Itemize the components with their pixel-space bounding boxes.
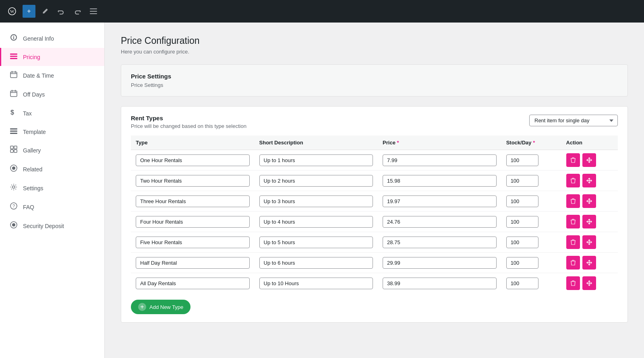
price-input-4[interactable] bbox=[383, 237, 497, 248]
sidebar-item-pricing[interactable]: Pricing bbox=[0, 48, 104, 66]
type-input-0[interactable] bbox=[136, 154, 250, 166]
price-input-2[interactable] bbox=[383, 195, 497, 207]
type-input-4[interactable] bbox=[136, 237, 250, 248]
pricing-icon bbox=[9, 53, 18, 61]
description-input-6[interactable] bbox=[259, 278, 373, 289]
action-cell-6 bbox=[566, 276, 613, 290]
svg-rect-9 bbox=[10, 91, 17, 97]
edit-button[interactable] bbox=[39, 5, 52, 18]
description-input-1[interactable] bbox=[259, 175, 373, 187]
type-input-1[interactable] bbox=[136, 175, 250, 187]
stock-input-0[interactable] bbox=[506, 154, 538, 166]
sidebar-label-tax: Tax bbox=[23, 110, 32, 117]
sidebar-label-date-time: Date & Time bbox=[23, 72, 54, 79]
type-input-3[interactable] bbox=[136, 216, 250, 228]
svg-rect-12 bbox=[10, 131, 17, 132]
related-icon bbox=[9, 165, 18, 174]
sidebar-item-template[interactable]: Template bbox=[0, 123, 104, 141]
sidebar: General Info Pricing Date & Time Off Day… bbox=[0, 23, 105, 358]
col-header-short_description: Short Description bbox=[255, 136, 378, 150]
type-input-5[interactable] bbox=[136, 257, 250, 269]
date-time-icon bbox=[9, 71, 18, 80]
move-button-0[interactable] bbox=[582, 153, 596, 167]
action-cell-5 bbox=[566, 256, 613, 270]
delete-button-2[interactable] bbox=[566, 194, 580, 208]
move-button-4[interactable] bbox=[582, 235, 596, 249]
menu-button[interactable] bbox=[87, 5, 100, 18]
stock-input-1[interactable] bbox=[506, 175, 538, 187]
sidebar-label-faq: FAQ bbox=[23, 204, 34, 210]
price-input-6[interactable] bbox=[383, 278, 497, 289]
sidebar-item-related[interactable]: Related bbox=[0, 160, 104, 179]
sidebar-item-general-info[interactable]: General Info bbox=[0, 29, 104, 48]
table-row bbox=[131, 253, 618, 273]
price-input-3[interactable] bbox=[383, 216, 497, 228]
settings-icon bbox=[9, 183, 18, 193]
svg-rect-7 bbox=[10, 58, 17, 59]
sidebar-item-gallery[interactable]: Gallery bbox=[0, 141, 104, 160]
move-button-3[interactable] bbox=[582, 215, 596, 228]
redo-button[interactable] bbox=[71, 5, 84, 18]
add-button[interactable]: + bbox=[23, 5, 35, 18]
price-input-0[interactable] bbox=[383, 154, 497, 166]
price-input-5[interactable] bbox=[383, 257, 497, 269]
description-input-2[interactable] bbox=[259, 195, 373, 207]
description-input-0[interactable] bbox=[259, 154, 373, 166]
gallery-icon bbox=[9, 146, 18, 155]
stock-input-6[interactable] bbox=[506, 278, 538, 289]
move-button-6[interactable] bbox=[582, 276, 596, 290]
faq-icon: ? bbox=[9, 202, 18, 212]
delete-button-0[interactable] bbox=[566, 153, 580, 167]
sidebar-label-general-info: General Info bbox=[23, 35, 54, 42]
move-button-1[interactable] bbox=[582, 174, 596, 187]
table-header-row: TypeShort DescriptionPrice *Stock/Day *A… bbox=[131, 136, 618, 150]
delete-button-4[interactable] bbox=[566, 235, 580, 249]
stock-input-5[interactable] bbox=[506, 257, 538, 269]
description-input-4[interactable] bbox=[259, 237, 373, 248]
svg-point-18 bbox=[12, 167, 15, 170]
table-row bbox=[131, 150, 618, 171]
template-icon bbox=[9, 128, 18, 136]
type-input-6[interactable] bbox=[136, 278, 250, 289]
svg-rect-8 bbox=[10, 72, 17, 78]
sidebar-item-date-time[interactable]: Date & Time bbox=[0, 66, 104, 85]
table-row bbox=[131, 191, 618, 212]
sidebar-item-security-deposit[interactable]: Security Deposit bbox=[0, 216, 104, 235]
delete-button-6[interactable] bbox=[566, 276, 580, 290]
sidebar-item-settings[interactable]: Settings bbox=[0, 179, 104, 198]
delete-button-5[interactable] bbox=[566, 256, 580, 270]
type-input-2[interactable] bbox=[136, 195, 250, 207]
delete-button-3[interactable] bbox=[566, 215, 580, 228]
price-settings-card: Price Settings Price Settings bbox=[121, 64, 628, 97]
main-content: Price Configuration Here you can configu… bbox=[105, 23, 644, 358]
undo-button[interactable] bbox=[55, 5, 68, 18]
description-input-5[interactable] bbox=[259, 257, 373, 269]
svg-rect-16 bbox=[10, 150, 13, 152]
action-cell-4 bbox=[566, 235, 613, 249]
sidebar-item-faq[interactable]: ? FAQ bbox=[0, 198, 104, 216]
svg-rect-11 bbox=[10, 128, 17, 130]
move-button-5[interactable] bbox=[582, 256, 596, 270]
add-icon: + bbox=[138, 303, 146, 311]
svg-point-20 bbox=[12, 186, 15, 188]
svg-rect-15 bbox=[14, 146, 17, 149]
delete-button-1[interactable] bbox=[566, 174, 580, 187]
svg-rect-5 bbox=[10, 53, 17, 55]
svg-rect-6 bbox=[10, 56, 17, 57]
svg-rect-14 bbox=[10, 146, 13, 149]
table-row bbox=[131, 273, 618, 294]
layout: General Info Pricing Date & Time Off Day… bbox=[0, 23, 644, 358]
add-new-type-button[interactable]: + Add New Type bbox=[131, 300, 191, 314]
stock-input-2[interactable] bbox=[506, 195, 538, 207]
description-input-3[interactable] bbox=[259, 216, 373, 228]
rent-type-dropdown[interactable]: Rent item for single dayRent item for mu… bbox=[529, 115, 618, 126]
price-input-1[interactable] bbox=[383, 175, 497, 187]
sidebar-item-off-days[interactable]: Off Days bbox=[0, 85, 104, 104]
stock-input-4[interactable] bbox=[506, 237, 538, 248]
move-button-2[interactable] bbox=[582, 194, 596, 208]
sidebar-label-off-days: Off Days bbox=[23, 91, 45, 98]
stock-input-3[interactable] bbox=[506, 216, 538, 228]
page-subtitle: Here you can configure price. bbox=[121, 49, 628, 55]
sidebar-item-tax[interactable]: $ Tax bbox=[0, 104, 104, 123]
add-new-type-label: Add New Type bbox=[149, 304, 183, 310]
